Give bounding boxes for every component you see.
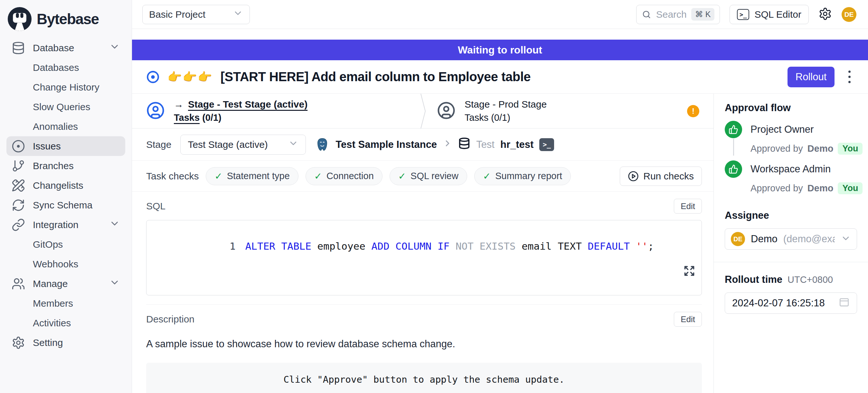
chevron-down-icon: [841, 233, 851, 245]
sidebar-item-database[interactable]: Database: [6, 38, 125, 58]
approval-status-prefix: Approved by: [750, 143, 803, 154]
sidebar-item-changelists[interactable]: Changelists: [6, 176, 125, 195]
check-pill-sql-review[interactable]: ✓ SQL review: [390, 167, 467, 185]
sql-editor-button[interactable]: >_ SQL Editor: [730, 5, 809, 24]
sql-token: '': [636, 240, 648, 252]
sidebar-item-label: Members: [33, 298, 73, 309]
description-edit-button[interactable]: Edit: [674, 312, 702, 327]
bytebase-app: Bytebase Database Databases Change Histo…: [0, 0, 868, 393]
issue-title-row: 👉👉👉 [START HERE] Add email column to Emp…: [132, 60, 868, 94]
search-shortcut-badge: ⌘ K: [691, 8, 715, 21]
approval-approved-icon: [725, 121, 742, 138]
instance-name[interactable]: Test Sample Instance: [336, 139, 437, 150]
run-checks-label: Run checks: [643, 171, 694, 182]
warning-icon: !: [687, 105, 699, 117]
database-name[interactable]: hr_test: [500, 139, 533, 150]
bytebase-logo[interactable]: Bytebase: [6, 4, 125, 38]
project-selector-value: Basic Project: [149, 9, 206, 20]
stage-select[interactable]: Test Stage (active): [180, 134, 306, 155]
description-code-block: Click "Approve" button to apply the sche…: [146, 363, 702, 393]
stage-tab-test-tasks-count: (0/1): [202, 113, 221, 123]
approver-name: Demo: [807, 143, 834, 154]
panel-divider: [714, 262, 868, 262]
run-checks-button[interactable]: Run checks: [620, 167, 702, 186]
stage-tab-test[interactable]: → Stage - Test Stage (active) Tasks (0/1…: [132, 94, 423, 128]
sidebar-item-branches[interactable]: Branches: [6, 156, 125, 176]
sidebar-item-label: Integration: [33, 219, 79, 230]
sidebar-item-label: Manage: [33, 278, 68, 289]
more-actions-button[interactable]: [842, 67, 857, 87]
stage-tab-prod[interactable]: Stage - Prod Stage Tasks (0/1) !: [423, 94, 713, 128]
sidebar-item-label: Database: [33, 42, 74, 54]
assignee-email: (demo@example: [783, 233, 835, 245]
gear-icon: [818, 7, 832, 21]
sql-editor-label: SQL Editor: [754, 9, 801, 20]
sidebar-item-label: Databases: [33, 62, 79, 73]
sidebar-item-setting[interactable]: Setting: [6, 333, 125, 353]
sidebar-item-members[interactable]: Members: [6, 294, 125, 313]
environment-name: Test: [476, 139, 495, 150]
check-pill-label: Connection: [327, 171, 374, 181]
description-text: A sample issue to showcase how to review…: [146, 338, 702, 350]
sidebar-item-manage[interactable]: Manage: [6, 274, 125, 294]
open-in-sql-editor-button[interactable]: >_: [539, 138, 554, 151]
topbar: Basic Project Search ⌘ K >_ SQL Editor D…: [132, 0, 868, 29]
sidebar-item-change-history[interactable]: Change History: [6, 77, 125, 97]
project-selector[interactable]: Basic Project: [142, 5, 250, 24]
sidebar-item-sync-schema[interactable]: Sync Schema: [6, 195, 125, 215]
sql-section-title: SQL: [146, 201, 165, 212]
chevron-down-icon: [109, 218, 120, 231]
sidebar-item-gitops[interactable]: GitOps: [6, 235, 125, 254]
check-pill-statement-type[interactable]: ✓ Statement type: [206, 167, 298, 185]
approval-step-status: Approved by Demo You: [750, 143, 863, 155]
thumbs-up-icon: [728, 164, 738, 174]
approver-name: Demo: [807, 183, 834, 193]
rollout-button[interactable]: Rollout: [787, 67, 835, 87]
sql-token: ADD COLUMN IF: [372, 240, 456, 252]
sql-token: email: [522, 240, 558, 252]
user-avatar[interactable]: DE: [842, 7, 857, 22]
sidebar-item-label: Slow Queries: [33, 101, 90, 113]
sidebar-item-integration[interactable]: Integration: [6, 215, 125, 235]
sidebar-item-databases[interactable]: Databases: [6, 58, 125, 77]
sidebar-item-label: Sync Schema: [33, 200, 92, 211]
check-pill-connection[interactable]: ✓ Connection: [306, 167, 382, 185]
sidebar-item-activities[interactable]: Activities: [6, 313, 125, 333]
link-icon: [11, 218, 25, 232]
rollout-time-row: Rollout time UTC+0800: [725, 274, 857, 285]
database-icon: [458, 137, 470, 152]
assignee-avatar: DE: [731, 232, 745, 246]
settings-gear-button[interactable]: [818, 7, 832, 22]
sidebar-item-slow-queries[interactable]: Slow Queries: [6, 97, 125, 117]
search-input[interactable]: Search ⌘ K: [636, 5, 720, 24]
title-emoji: 👉👉👉: [167, 70, 213, 84]
assignee-name: Demo: [751, 233, 778, 245]
chevron-down-icon: [288, 138, 299, 151]
check-pass-icon: ✓: [483, 171, 491, 182]
topbar-right: Search ⌘ K >_ SQL Editor DE: [636, 5, 857, 24]
sidebar: Bytebase Database Databases Change Histo…: [0, 0, 132, 393]
sidebar-item-label: Anomalies: [33, 121, 78, 132]
sidebar-item-issues[interactable]: Issues: [6, 136, 125, 156]
task-checks-label: Task checks: [146, 171, 199, 182]
issue-side-panel: Approval flow Project Owner Approved by …: [713, 94, 868, 393]
thumbs-up-icon: [728, 125, 738, 134]
sidebar-item-label: Change History: [33, 82, 99, 93]
approval-flow-heading: Approval flow: [725, 102, 857, 114]
expand-icon: [684, 265, 695, 277]
search-icon: [642, 9, 651, 20]
expand-editor-button[interactable]: [599, 253, 695, 291]
sidebar-item-label: Webhooks: [33, 259, 78, 270]
check-pill-summary-report[interactable]: ✓ Summary report: [474, 167, 571, 185]
user-circle-icon: [437, 101, 456, 121]
sql-edit-button[interactable]: Edit: [674, 199, 702, 214]
bytebase-logo-icon: [8, 7, 32, 31]
users-icon: [11, 277, 25, 291]
rollout-time-input[interactable]: 2024-02-07 16:25:18: [725, 293, 857, 314]
sidebar-item-webhooks[interactable]: Webhooks: [6, 254, 125, 274]
sql-code-editor[interactable]: 1ALTER TABLE employee ADD COLUMN IF NOT …: [146, 220, 702, 295]
sidebar-item-anomalies[interactable]: Anomalies: [6, 117, 125, 136]
sql-token: ;: [648, 240, 654, 252]
description-section-title: Description: [146, 314, 194, 325]
assignee-select[interactable]: DE Demo (demo@example: [725, 229, 857, 250]
